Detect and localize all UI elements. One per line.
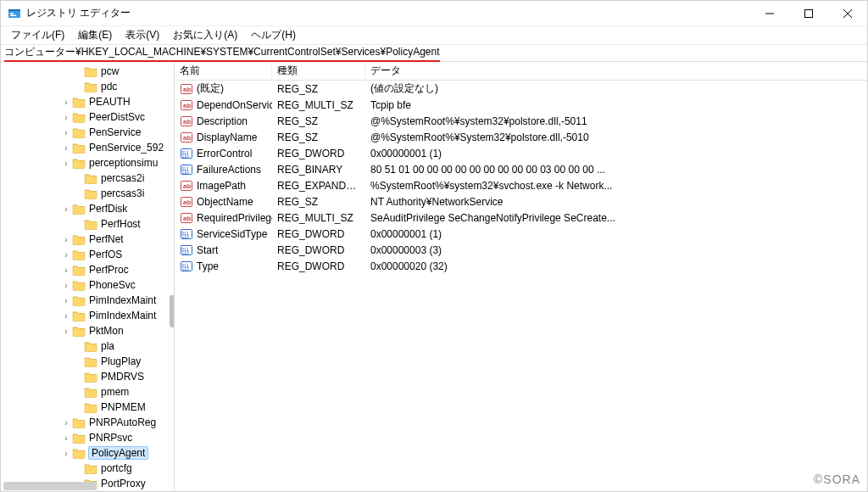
folder-icon: [72, 203, 86, 215]
value-data: Tcpip bfe: [365, 99, 867, 111]
value-data: NT Authority¥NetworkService: [365, 196, 867, 208]
value-row[interactable]: ab DependOnServiceREG_MULTI_SZTcpip bfe: [175, 97, 867, 113]
chevron-icon[interactable]: ›: [60, 250, 72, 260]
tree-item[interactable]: › PenService_592: [1, 140, 174, 155]
tree-item[interactable]: › PktMon: [1, 323, 174, 338]
tree-item[interactable]: pdc: [1, 79, 174, 94]
maximize-button[interactable]: [789, 1, 828, 26]
tree-item[interactable]: › PolicyAgent: [1, 445, 174, 461]
tree-item[interactable]: PMDRVS: [1, 369, 174, 384]
value-row[interactable]: ab DisplayNameREG_SZ@%SystemRoot%¥System…: [175, 129, 867, 145]
tree-item[interactable]: › PimIndexMaint: [1, 293, 174, 308]
chevron-icon[interactable]: ›: [60, 266, 72, 275]
minimize-button[interactable]: [750, 1, 789, 26]
address-bar[interactable]: コンピューター¥HKEY_LOCAL_MACHINE¥SYSTEM¥Curren…: [1, 45, 867, 62]
tree-item[interactable]: › PerfDisk: [1, 201, 174, 216]
tree-item[interactable]: portcfg: [1, 461, 174, 476]
col-data[interactable]: データ: [365, 62, 867, 81]
tree-item-label: PimIndexMaint: [89, 310, 156, 321]
chevron-icon[interactable]: ›: [60, 235, 72, 244]
menu-file[interactable]: ファイル(F): [4, 26, 71, 44]
chevron-icon[interactable]: ›: [60, 449, 72, 458]
chevron-icon[interactable]: ›: [60, 143, 72, 153]
svg-text:ab: ab: [183, 198, 191, 206]
folder-icon: [72, 111, 86, 123]
chevron-icon[interactable]: ›: [60, 281, 72, 290]
chevron-icon[interactable]: ›: [60, 418, 72, 428]
tree-item-label: pdc: [101, 81, 117, 92]
value-row[interactable]: 011 110 ServiceSidTypeREG_DWORD0x0000000…: [175, 226, 867, 242]
menubar: ファイル(F) 編集(E) 表示(V) お気に入り(A) ヘルプ(H): [1, 26, 867, 45]
tree-item-label: pmem: [101, 386, 129, 398]
chevron-icon[interactable]: ›: [60, 311, 72, 321]
tree-pane: pcw pdc› PEAUTH› PeerDistSvc› PenService…: [1, 62, 175, 492]
svg-text:ab: ab: [183, 118, 191, 126]
tree-item[interactable]: › PNRPAutoReg: [1, 415, 174, 430]
tree-item[interactable]: › PNRPsvc: [1, 430, 174, 445]
value-row[interactable]: 011 110 TypeREG_DWORD0x00000020 (32): [175, 258, 867, 274]
tree-item[interactable]: › PEAUTH: [1, 94, 174, 109]
menu-view[interactable]: 表示(V): [119, 26, 166, 44]
value-row[interactable]: ab RequiredPrivilegesREG_MULTI_SZSeAudit…: [175, 210, 867, 226]
tree-item-label: perceptionsimu: [89, 157, 158, 169]
tree-item-label: PhoneSvc: [89, 279, 136, 291]
svg-text:ab: ab: [183, 102, 191, 109]
tree-item[interactable]: › PimIndexMaint: [1, 308, 174, 323]
menu-favorites[interactable]: お気に入り(A): [166, 26, 244, 44]
chevron-icon[interactable]: ›: [60, 159, 72, 168]
tree-item[interactable]: › perceptionsimu: [1, 155, 174, 171]
value-type: REG_BINARY: [272, 164, 365, 176]
svg-text:ab: ab: [183, 134, 191, 142]
tree-item[interactable]: PerfHost: [1, 216, 174, 232]
chevron-icon[interactable]: ›: [60, 204, 72, 214]
list-header: 名前 種類 データ: [175, 62, 867, 81]
col-name[interactable]: 名前: [175, 62, 272, 81]
tree-item-label: PerfNet: [89, 233, 124, 245]
chevron-icon[interactable]: ›: [60, 327, 72, 336]
tree-item-label: PerfOS: [89, 249, 122, 260]
tree-item[interactable]: PlugPlay: [1, 354, 174, 369]
menu-edit[interactable]: 編集(E): [71, 26, 119, 44]
tree-item[interactable]: › PerfNet: [1, 232, 174, 247]
tree-item[interactable]: › PerfOS: [1, 247, 174, 262]
svg-rect-3: [10, 14, 16, 16]
chevron-icon[interactable]: ›: [60, 433, 72, 443]
tree-item[interactable]: pmem: [1, 384, 174, 400]
value-row[interactable]: 011 110 FailureActionsREG_BINARY80 51 01…: [175, 161, 867, 177]
tree-item[interactable]: › PhoneSvc: [1, 277, 174, 293]
chevron-icon[interactable]: ›: [60, 113, 72, 122]
tree-item[interactable]: pcw: [1, 64, 174, 79]
value-row[interactable]: ab ImagePathREG_EXPAND_SZ%SystemRoot%¥sy…: [175, 177, 867, 193]
chevron-icon[interactable]: ›: [60, 296, 72, 305]
tree-item[interactable]: › PenService: [1, 125, 174, 140]
folder-icon: [72, 142, 86, 154]
value-row[interactable]: 011 110 ErrorControlREG_DWORD0x00000001 …: [175, 145, 867, 161]
tree-item[interactable]: percsas3i: [1, 186, 174, 201]
string-value-icon: ab: [180, 82, 193, 96]
folder-icon: [72, 294, 86, 306]
folder-icon: [72, 325, 86, 337]
binary-value-icon: 011 110: [180, 227, 193, 241]
value-row[interactable]: ab DescriptionREG_SZ@%SystemRoot%¥system…: [175, 113, 867, 129]
value-data: @%SystemRoot%¥System32¥polstore.dll,-501…: [365, 131, 867, 143]
tree-item[interactable]: PNPMEM: [1, 400, 174, 415]
value-name: ObjectName: [197, 196, 253, 208]
folder-icon: [72, 157, 86, 169]
menu-help[interactable]: ヘルプ(H): [244, 26, 303, 44]
folder-icon: [84, 401, 97, 413]
value-row[interactable]: ab ObjectNameREG_SZNT Authority¥NetworkS…: [175, 193, 867, 210]
tree-hscroll-thumb[interactable]: [3, 482, 97, 490]
tree-item[interactable]: › PerfProc: [1, 262, 174, 277]
col-type[interactable]: 種類: [272, 62, 365, 81]
value-row[interactable]: 011 110 StartREG_DWORD0x00000003 (3): [175, 242, 867, 258]
tree-item[interactable]: percsas2i: [1, 171, 174, 186]
titlebar: レジストリ エディター: [1, 1, 867, 26]
folder-icon: [84, 340, 97, 352]
chevron-icon[interactable]: ›: [60, 98, 72, 107]
close-button[interactable]: [828, 1, 867, 26]
tree-item[interactable]: pla: [1, 338, 174, 354]
value-row[interactable]: ab (既定)REG_SZ(値の設定なし): [175, 81, 867, 97]
chevron-icon[interactable]: ›: [60, 128, 72, 137]
tree-item[interactable]: › PeerDistSvc: [1, 109, 174, 125]
tree-item-label: PerfHost: [101, 218, 141, 230]
